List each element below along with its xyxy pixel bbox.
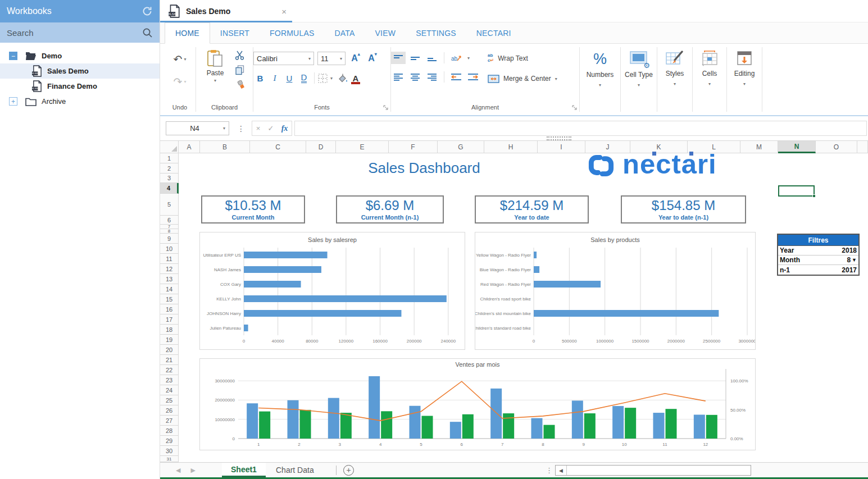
column-header-M[interactable]: M (740, 141, 778, 153)
styles-button[interactable]: Styles ▾ (657, 46, 692, 113)
row-header-7[interactable]: 7 (160, 225, 179, 229)
row-header-21[interactable]: 21 (160, 355, 179, 365)
decrease-indent-button[interactable] (449, 71, 463, 83)
undo-dropdown-icon[interactable]: ▾ (184, 57, 186, 62)
column-header-G[interactable]: G (438, 141, 484, 153)
borders-dropdown-icon[interactable]: ▾ (330, 76, 333, 81)
row-header-11[interactable]: 11 (160, 254, 179, 264)
align-left-button[interactable] (391, 71, 406, 83)
row-header-9[interactable]: 9 (160, 234, 179, 244)
cells-dropdown-icon[interactable]: ▾ (708, 81, 711, 86)
expand-icon[interactable]: + (9, 97, 17, 106)
align-middle-button[interactable] (408, 52, 422, 64)
double-underline-button[interactable]: D (297, 72, 311, 84)
row-header-6[interactable]: 6 (160, 216, 179, 225)
chart-ventes-par-mois[interactable]: Ventes par mois0100000002000000030000000… (199, 358, 756, 450)
confirm-formula-icon[interactable]: ✓ (267, 124, 274, 133)
column-header-N[interactable]: N (778, 141, 816, 153)
tree-item-finance-demo[interactable]: XLSX Finance Demo (0, 79, 160, 94)
copy-button[interactable] (234, 65, 245, 75)
row-header-10[interactable]: 10 (160, 244, 179, 254)
increase-indent-button[interactable] (466, 71, 480, 83)
redo-button[interactable]: ↷ (174, 75, 183, 88)
column-header-B[interactable]: B (200, 141, 250, 153)
row-header-30[interactable]: 30 (160, 446, 179, 456)
grid-splitter-handle[interactable] (547, 136, 571, 140)
row-header-27[interactable]: 27 (160, 416, 179, 426)
fill-color-button[interactable] (337, 74, 348, 83)
cell-type-dropdown-icon[interactable]: ▾ (638, 83, 640, 88)
row-header-17[interactable]: 17 (160, 314, 179, 325)
redo-dropdown-icon[interactable]: ▾ (184, 79, 186, 84)
insert-function-icon[interactable]: fx (281, 124, 288, 133)
align-top-button[interactable] (391, 52, 406, 64)
borders-button[interactable] (318, 74, 328, 83)
sheet-tab-chart-data[interactable]: Chart Data (267, 463, 323, 477)
row-header-25[interactable]: 25 (160, 395, 179, 405)
font-size-select[interactable]: 11 ▾ (317, 52, 346, 65)
ribbon-tab-data[interactable]: DATA (325, 22, 365, 43)
paste-dropdown-icon[interactable]: ▾ (214, 78, 216, 83)
selection-handle[interactable] (652, 152, 656, 156)
alignment-dialog-launcher-icon[interactable] (572, 105, 577, 110)
row-header-19[interactable]: 19 (160, 335, 179, 345)
close-tab-icon[interactable]: × (281, 7, 287, 16)
editing-dropdown-icon[interactable]: ▾ (743, 81, 746, 86)
row-header-15[interactable]: 15 (160, 294, 179, 304)
row-header-26[interactable]: 26 (160, 405, 179, 416)
chart-sales-by-salesrep[interactable]: Sales by salesrep04000080000120000160000… (199, 232, 465, 350)
ribbon-tab-settings[interactable]: SETTINGS (406, 22, 466, 43)
tree-item-demo-folder[interactable]: − Demo (0, 48, 160, 63)
next-sheet-icon[interactable]: ▶ (190, 467, 195, 474)
row-header-8[interactable]: 8 (160, 229, 179, 234)
row-header-4[interactable]: 4 (160, 183, 179, 194)
cell-type-button[interactable]: ⚙ Cell Type ▾ (621, 46, 657, 113)
column-header-D[interactable]: D (306, 141, 336, 153)
column-header-H[interactable]: H (484, 141, 538, 153)
format-painter-button[interactable] (234, 80, 245, 90)
align-center-button[interactable] (408, 71, 422, 83)
row-header-2[interactable]: 2 (160, 163, 179, 174)
fill-handle[interactable] (812, 194, 816, 198)
formula-bar-menu-icon[interactable]: ⋮ (237, 121, 246, 135)
refresh-icon[interactable] (142, 6, 153, 17)
decrease-font-size-button[interactable]: A▾ (366, 53, 379, 63)
column-header-C[interactable]: C (250, 141, 306, 153)
column-header-E[interactable]: E (336, 141, 389, 153)
row-header-1[interactable]: 1 (160, 153, 179, 163)
font-color-button[interactable]: A (349, 74, 362, 83)
increase-font-size-button[interactable]: A▴ (349, 53, 362, 63)
editing-button[interactable]: Editing ▾ (727, 46, 762, 113)
column-header-partial[interactable] (857, 141, 868, 153)
search-icon[interactable] (142, 28, 153, 38)
row-header-13[interactable]: 13 (160, 274, 179, 284)
orientation-dropdown-icon[interactable]: ▾ (467, 56, 470, 61)
numbers-button[interactable]: % Numbers ▾ (580, 46, 620, 113)
ribbon-tab-insert[interactable]: INSERT (210, 22, 260, 43)
add-sheet-button[interactable]: + (343, 465, 354, 476)
ribbon-tab-home[interactable]: HOME (165, 22, 210, 44)
search-bar[interactable]: Search (0, 22, 160, 43)
row-header-31[interactable]: 31 (160, 456, 179, 462)
document-tab-sales-demo[interactable]: XLSX Sales Demo × (160, 0, 292, 22)
align-bottom-button[interactable] (425, 52, 439, 64)
scrollbar-track[interactable] (567, 466, 751, 475)
row-header-12[interactable]: 12 (160, 264, 179, 274)
sheet-tab-sheet1[interactable]: Sheet1 (222, 463, 266, 477)
column-header-I[interactable]: I (538, 141, 585, 153)
styles-dropdown-icon[interactable]: ▾ (674, 81, 676, 86)
numbers-dropdown-icon[interactable]: ▾ (599, 83, 601, 88)
font-family-select[interactable]: Calibri ▾ (253, 52, 314, 65)
sheet-bar-menu-icon[interactable]: ⋮ (546, 463, 553, 478)
row-header-24[interactable]: 24 (160, 385, 179, 395)
row-header-3[interactable]: 3 (160, 174, 179, 183)
row-header-5[interactable]: 5 (160, 194, 179, 216)
align-right-button[interactable] (425, 71, 439, 83)
tree-item-sales-demo[interactable]: XLSX Sales Demo (0, 63, 160, 79)
row-header-23[interactable]: 23 (160, 375, 179, 385)
ribbon-tab-view[interactable]: VIEW (365, 22, 406, 43)
fonts-dialog-launcher-icon[interactable] (383, 105, 388, 110)
name-box[interactable]: N4 ▾ (166, 121, 229, 135)
ribbon-tab-formulas[interactable]: FORMULAS (260, 22, 324, 43)
tree-item-archive-folder[interactable]: + Archive (0, 94, 160, 109)
